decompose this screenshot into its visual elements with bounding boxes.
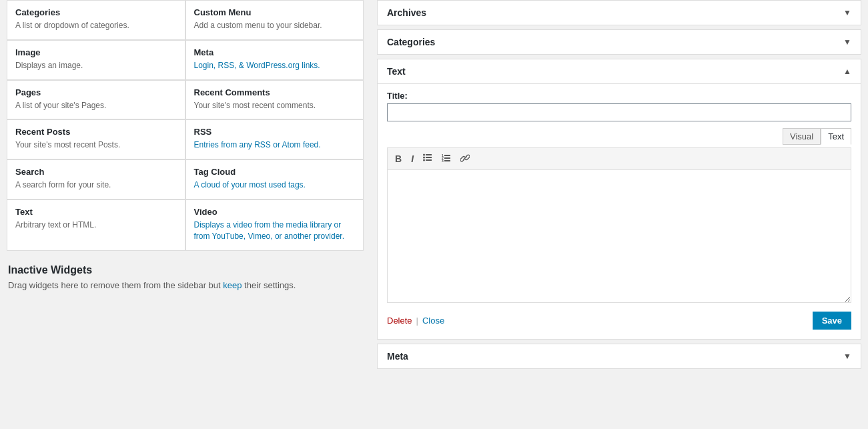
widget-recent-comments-desc: Your site's most recent comments.: [194, 100, 356, 111]
title-input[interactable]: [387, 103, 851, 121]
text-tab[interactable]: Text: [821, 128, 851, 145]
sidebar-archives-widget: Archives ▼: [377, 0, 861, 25]
widget-rss[interactable]: RSS Entries from any RSS or Atom feed.: [185, 119, 364, 159]
actions-separator: |: [416, 316, 418, 326]
widget-meta-desc: Login, RSS, & WordPress.org links.: [194, 60, 356, 71]
svg-point-3: [423, 154, 425, 156]
svg-rect-7: [444, 157, 450, 159]
delete-link[interactable]: Delete: [387, 316, 412, 326]
categories-widget-label: Categories: [387, 37, 435, 47]
inactive-widgets-desc: Drag widgets here to remove them from th…: [8, 280, 362, 290]
italic-button[interactable]: I: [408, 152, 417, 165]
svg-rect-8: [444, 160, 450, 161]
close-link[interactable]: Close: [422, 316, 444, 326]
inactive-widgets-section: Inactive Widgets Drag widgets here to re…: [7, 264, 364, 290]
widget-pages[interactable]: Pages A list of your site's Pages.: [7, 80, 185, 120]
widget-text[interactable]: Text Arbitrary text or HTML.: [7, 199, 185, 251]
svg-point-4: [423, 157, 425, 159]
widget-tag-cloud-title: Tag Cloud: [194, 167, 356, 177]
archives-arrow-down-icon: ▼: [843, 8, 851, 17]
text-widget-label: Text: [387, 66, 406, 77]
categories-arrow-down-icon: ▼: [843, 37, 851, 47]
svg-rect-6: [444, 155, 450, 156]
widget-rss-desc: Entries from any RSS or Atom feed.: [194, 139, 356, 151]
widget-custom-menu-title: Custom Menu: [194, 7, 356, 17]
svg-rect-1: [426, 157, 432, 158]
meta-widget-label: Meta: [387, 351, 408, 362]
widget-actions-left: Delete | Close: [387, 316, 444, 326]
widget-list-panel: Categories A list or dropdown of categor…: [0, 0, 370, 429]
widget-search[interactable]: Search A search form for your site.: [7, 159, 185, 199]
sidebar-panel: Archives ▼ Categories ▼ Text ▲ Title: Vi…: [370, 0, 868, 429]
svg-point-5: [423, 159, 425, 161]
unordered-list-button[interactable]: [420, 151, 436, 166]
inactive-desc-keep: keep: [223, 280, 242, 290]
widget-rss-title: RSS: [194, 127, 356, 137]
widget-image-title: Image: [15, 47, 177, 57]
categories-widget-header[interactable]: Categories ▼: [378, 30, 861, 54]
widget-recent-posts-desc: Your site's most recent Posts.: [15, 139, 177, 151]
widget-recent-posts-title: Recent Posts: [15, 127, 177, 137]
widget-search-desc: A search form for your site.: [15, 179, 177, 191]
widget-recent-comments[interactable]: Recent Comments Your site's most recent …: [185, 80, 364, 120]
widget-video-desc: Displays a video from the media library …: [194, 220, 356, 242]
widget-tag-cloud-desc: A cloud of your most used tags.: [194, 179, 356, 191]
widget-recent-posts[interactable]: Recent Posts Your site's most recent Pos…: [7, 119, 185, 159]
visual-tab[interactable]: Visual: [783, 128, 821, 145]
inactive-widgets-title: Inactive Widgets: [8, 264, 362, 276]
widget-video-title: Video: [194, 207, 356, 217]
widget-recent-comments-title: Recent Comments: [194, 87, 356, 97]
text-arrow-up-icon: ▲: [843, 67, 851, 76]
text-widget-header[interactable]: Text ▲: [378, 59, 861, 83]
sidebar-meta-widget: Meta ▼: [377, 344, 861, 369]
ordered-list-button[interactable]: 1 2 3: [438, 152, 454, 166]
archives-widget-header[interactable]: Archives ▼: [378, 1, 861, 25]
available-widgets-grid: Categories A list or dropdown of categor…: [7, 0, 364, 251]
widget-search-title: Search: [15, 167, 177, 177]
widget-tag-cloud[interactable]: Tag Cloud A cloud of your most used tags…: [185, 159, 364, 199]
widget-pages-title: Pages: [15, 87, 177, 97]
svg-text:3: 3: [442, 159, 444, 163]
widget-meta-title: Meta: [194, 47, 356, 57]
widget-meta[interactable]: Meta Login, RSS, & WordPress.org links.: [185, 40, 364, 80]
content-textarea[interactable]: [387, 169, 851, 303]
link-button[interactable]: [457, 152, 473, 166]
widget-text-title: Text: [15, 207, 177, 217]
archives-widget-label: Archives: [387, 7, 426, 18]
widget-actions: Delete | Close Save: [387, 312, 851, 330]
meta-arrow-down-icon: ▼: [843, 352, 851, 361]
widget-categories[interactable]: Categories A list or dropdown of categor…: [7, 0, 185, 40]
svg-rect-0: [426, 154, 432, 155]
save-button[interactable]: Save: [813, 312, 851, 330]
widget-custom-menu-desc: Add a custom menu to your sidebar.: [194, 20, 356, 31]
sidebar-categories-widget: Categories ▼: [377, 29, 861, 55]
editor-toolbar: B I: [387, 147, 851, 169]
widget-pages-desc: A list of your site's Pages.: [15, 100, 177, 111]
text-widget-body: Title: Visual Text B I: [378, 83, 861, 339]
editor-tabs: Visual Text: [387, 128, 851, 145]
widget-video[interactable]: Video Displays a video from the media li…: [185, 199, 364, 251]
meta-widget-header[interactable]: Meta ▼: [378, 344, 861, 368]
widget-custom-menu[interactable]: Custom Menu Add a custom menu to your si…: [185, 0, 364, 40]
title-field-label: Title:: [387, 91, 851, 101]
widget-text-desc: Arbitrary text or HTML.: [15, 220, 177, 231]
widget-categories-title: Categories: [15, 7, 177, 17]
bold-button[interactable]: B: [392, 152, 405, 165]
widget-image[interactable]: Image Displays an image.: [7, 40, 185, 80]
svg-rect-2: [426, 159, 432, 161]
text-widget-expanded: Text ▲ Title: Visual Text B I: [377, 59, 861, 340]
widget-image-desc: Displays an image.: [15, 60, 177, 71]
widget-categories-desc: A list or dropdown of categories.: [15, 20, 177, 31]
